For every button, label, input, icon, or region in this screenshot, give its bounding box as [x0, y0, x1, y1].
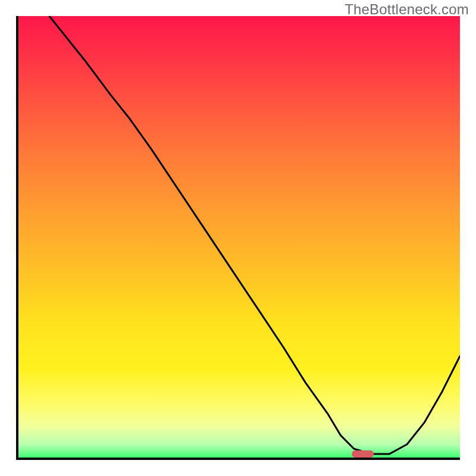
bottleneck-curve [49, 16, 460, 454]
chart-container: TheBottleneck.com [0, 0, 476, 476]
plot-area [16, 16, 460, 460]
chart-overlay [18, 16, 460, 458]
watermark-text: TheBottleneck.com [345, 1, 469, 18]
optimal-marker [352, 450, 374, 458]
